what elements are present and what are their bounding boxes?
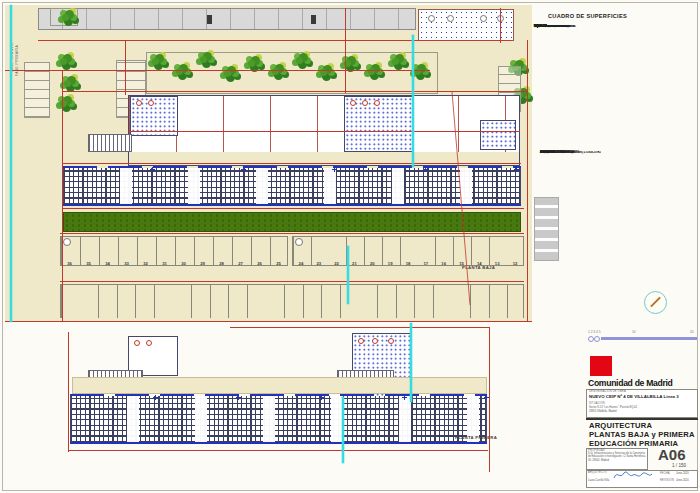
arquitecto-label: ARQUITECTO xyxy=(588,471,607,474)
revision-value: Junio 2020 xyxy=(676,479,689,482)
drawing-title-2: PLANTAS BAJA y PRIMERA xyxy=(589,430,695,439)
fecha-label: FECHA xyxy=(660,472,670,475)
drawing-title-1: ARQUITECTURA xyxy=(589,421,652,430)
sheet-scale: 1 / 150 xyxy=(672,463,686,468)
scalebar-label: 1 2 3 4 5 xyxy=(588,330,600,334)
arquitecto-name: Laura Carrillo Villa xyxy=(588,479,609,482)
surface-cell: 581,36 m2 xyxy=(534,25,570,29)
scalebar-icon xyxy=(594,336,600,342)
obra-label: DENOMINACIÓN DE OBRA xyxy=(589,390,626,393)
summary-cell: 1.000,00 m2 xyxy=(540,151,555,156)
situacion-line2: 28810 Villalbilla. Madrid xyxy=(589,410,616,413)
signature-icon xyxy=(612,468,654,482)
fecha-value: Junio 2020 xyxy=(676,472,689,475)
brand-wordmark: Comunidad de Madrid xyxy=(588,378,700,388)
divider xyxy=(586,418,698,420)
scalebar xyxy=(601,337,697,340)
scalebar-label: 10 xyxy=(632,330,636,334)
drawing-sheet: FASE INFANTIL FASE PRIMARIA 363534333231… xyxy=(0,0,700,493)
sheet-code: A06 xyxy=(658,446,686,463)
situacion-label: SITUACIÓN xyxy=(589,402,605,405)
propiedad-text: D.G. Infraestructuras y Servicios de la … xyxy=(588,452,646,462)
situacion-line1: Sector S-13 "Los Hueros". Parcela EQ-02. xyxy=(589,406,638,409)
project-name: NUEVO CEIP Nº 4 DE VILLALBILLA Línea 3 xyxy=(589,394,697,399)
revision-label: REVISIÓN xyxy=(660,479,674,482)
surfaces-table-title: CUADRO DE SUPERFICIES xyxy=(548,13,627,19)
scalebar-label: 20 xyxy=(690,330,694,334)
comunidad-madrid-logo xyxy=(590,356,612,376)
